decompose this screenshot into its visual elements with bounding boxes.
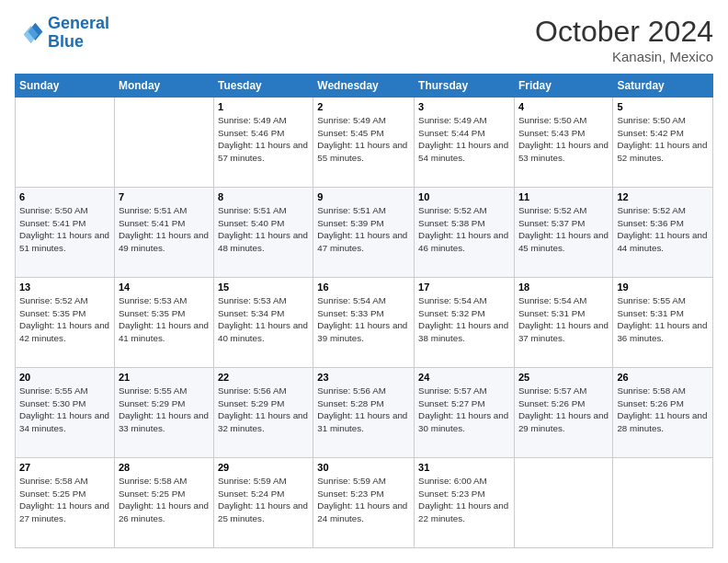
day-number: 26 — [617, 372, 709, 383]
day-info: Sunrise: 5:53 AM Sunset: 5:34 PM Dayligh… — [218, 294, 309, 345]
calendar-cell: 2Sunrise: 5:49 AM Sunset: 5:45 PM Daylig… — [313, 98, 415, 188]
day-number: 1 — [218, 101, 309, 112]
title-block: October 2024 Kanasin, Mexico — [535, 15, 713, 64]
calendar-cell: 25Sunrise: 5:57 AM Sunset: 5:26 PM Dayli… — [514, 368, 612, 458]
day-number: 25 — [518, 372, 609, 383]
day-number: 2 — [317, 101, 410, 112]
day-number: 18 — [518, 282, 609, 293]
day-info: Sunrise: 5:54 AM Sunset: 5:31 PM Dayligh… — [518, 294, 609, 345]
day-info: Sunrise: 5:57 AM Sunset: 5:27 PM Dayligh… — [418, 385, 510, 435]
day-number: 13 — [19, 282, 110, 293]
weekday-header: Thursday — [415, 75, 515, 98]
calendar-cell: 8Sunrise: 5:51 AM Sunset: 5:40 PM Daylig… — [213, 188, 313, 278]
weekday-header: Wednesday — [313, 75, 415, 98]
day-number: 17 — [418, 282, 510, 293]
calendar-cell: 26Sunrise: 5:58 AM Sunset: 5:26 PM Dayli… — [613, 368, 713, 458]
day-number: 28 — [119, 462, 210, 473]
location: Kanasin, Mexico — [535, 49, 713, 64]
day-info: Sunrise: 5:57 AM Sunset: 5:26 PM Dayligh… — [518, 385, 609, 435]
calendar-cell: 29Sunrise: 5:59 AM Sunset: 5:24 PM Dayli… — [213, 458, 313, 548]
day-number: 7 — [119, 191, 210, 202]
weekday-header: Sunday — [16, 75, 115, 98]
day-info: Sunrise: 5:54 AM Sunset: 5:33 PM Dayligh… — [317, 294, 410, 345]
day-number: 11 — [518, 191, 609, 202]
calendar-cell: 13Sunrise: 5:52 AM Sunset: 5:35 PM Dayli… — [16, 278, 115, 368]
day-info: Sunrise: 5:55 AM Sunset: 5:30 PM Dayligh… — [19, 385, 110, 435]
weekday-header: Saturday — [613, 75, 713, 98]
calendar-table: SundayMondayTuesdayWednesdayThursdayFrid… — [15, 74, 713, 548]
day-number: 19 — [617, 282, 709, 293]
day-info: Sunrise: 5:51 AM Sunset: 5:39 PM Dayligh… — [317, 204, 410, 255]
day-number: 27 — [19, 462, 110, 473]
logo-text: General Blue — [48, 15, 109, 52]
calendar-cell — [613, 458, 713, 548]
day-info: Sunrise: 5:51 AM Sunset: 5:40 PM Dayligh… — [218, 204, 309, 255]
day-info: Sunrise: 5:56 AM Sunset: 5:29 PM Dayligh… — [218, 385, 309, 435]
day-number: 24 — [418, 372, 510, 383]
day-number: 12 — [617, 191, 709, 202]
day-number: 6 — [19, 191, 110, 202]
day-number: 16 — [317, 282, 410, 293]
calendar-week-row: 27Sunrise: 5:58 AM Sunset: 5:25 PM Dayli… — [16, 458, 713, 548]
calendar-cell: 9Sunrise: 5:51 AM Sunset: 5:39 PM Daylig… — [313, 188, 415, 278]
day-info: Sunrise: 5:59 AM Sunset: 5:23 PM Dayligh… — [317, 475, 410, 525]
day-number: 10 — [418, 191, 510, 202]
day-info: Sunrise: 5:50 AM Sunset: 5:43 PM Dayligh… — [518, 114, 609, 165]
day-number: 15 — [218, 282, 309, 293]
day-number: 29 — [218, 462, 309, 473]
calendar-cell: 24Sunrise: 5:57 AM Sunset: 5:27 PM Dayli… — [415, 368, 515, 458]
calendar-cell: 12Sunrise: 5:52 AM Sunset: 5:36 PM Dayli… — [613, 188, 713, 278]
calendar-cell: 6Sunrise: 5:50 AM Sunset: 5:41 PM Daylig… — [16, 188, 115, 278]
calendar-week-row: 20Sunrise: 5:55 AM Sunset: 5:30 PM Dayli… — [16, 368, 713, 458]
day-info: Sunrise: 5:55 AM Sunset: 5:29 PM Dayligh… — [119, 385, 210, 435]
day-number: 3 — [418, 101, 510, 112]
day-info: Sunrise: 5:52 AM Sunset: 5:35 PM Dayligh… — [19, 294, 110, 345]
day-info: Sunrise: 5:50 AM Sunset: 5:41 PM Dayligh… — [19, 204, 110, 255]
calendar-cell: 1Sunrise: 5:49 AM Sunset: 5:46 PM Daylig… — [213, 98, 313, 188]
weekday-header: Friday — [514, 75, 612, 98]
day-info: Sunrise: 5:52 AM Sunset: 5:37 PM Dayligh… — [518, 204, 609, 255]
calendar-cell — [114, 98, 213, 188]
day-info: Sunrise: 5:58 AM Sunset: 5:25 PM Dayligh… — [19, 475, 110, 525]
calendar-cell: 21Sunrise: 5:55 AM Sunset: 5:29 PM Dayli… — [114, 368, 213, 458]
calendar-cell: 11Sunrise: 5:52 AM Sunset: 5:37 PM Dayli… — [514, 188, 612, 278]
day-number: 31 — [418, 462, 510, 473]
day-info: Sunrise: 5:58 AM Sunset: 5:26 PM Dayligh… — [617, 385, 709, 435]
day-number: 30 — [317, 462, 410, 473]
day-info: Sunrise: 5:50 AM Sunset: 5:42 PM Dayligh… — [617, 114, 709, 165]
day-number: 20 — [19, 372, 110, 383]
day-info: Sunrise: 5:49 AM Sunset: 5:44 PM Dayligh… — [418, 114, 510, 165]
day-number: 14 — [119, 282, 210, 293]
calendar-cell: 27Sunrise: 5:58 AM Sunset: 5:25 PM Dayli… — [16, 458, 115, 548]
calendar-cell: 10Sunrise: 5:52 AM Sunset: 5:38 PM Dayli… — [415, 188, 515, 278]
calendar-cell: 4Sunrise: 5:50 AM Sunset: 5:43 PM Daylig… — [514, 98, 612, 188]
weekday-header-row: SundayMondayTuesdayWednesdayThursdayFrid… — [16, 75, 713, 98]
day-info: Sunrise: 5:52 AM Sunset: 5:38 PM Dayligh… — [418, 204, 510, 255]
calendar-cell: 5Sunrise: 5:50 AM Sunset: 5:42 PM Daylig… — [613, 98, 713, 188]
calendar-cell: 7Sunrise: 5:51 AM Sunset: 5:41 PM Daylig… — [114, 188, 213, 278]
logo: General Blue — [15, 15, 109, 52]
day-info: Sunrise: 5:59 AM Sunset: 5:24 PM Dayligh… — [218, 475, 309, 525]
calendar-week-row: 1Sunrise: 5:49 AM Sunset: 5:46 PM Daylig… — [16, 98, 713, 188]
calendar-cell: 17Sunrise: 5:54 AM Sunset: 5:32 PM Dayli… — [415, 278, 515, 368]
calendar-cell: 14Sunrise: 5:53 AM Sunset: 5:35 PM Dayli… — [114, 278, 213, 368]
day-info: Sunrise: 5:51 AM Sunset: 5:41 PM Dayligh… — [119, 204, 210, 255]
day-info: Sunrise: 5:54 AM Sunset: 5:32 PM Dayligh… — [418, 294, 510, 345]
day-info: Sunrise: 5:49 AM Sunset: 5:46 PM Dayligh… — [218, 114, 309, 165]
day-info: Sunrise: 5:53 AM Sunset: 5:35 PM Dayligh… — [119, 294, 210, 345]
month-title: October 2024 — [535, 15, 713, 49]
calendar-week-row: 6Sunrise: 5:50 AM Sunset: 5:41 PM Daylig… — [16, 188, 713, 278]
day-info: Sunrise: 5:58 AM Sunset: 5:25 PM Dayligh… — [119, 475, 210, 525]
calendar-cell: 16Sunrise: 5:54 AM Sunset: 5:33 PM Dayli… — [313, 278, 415, 368]
day-info: Sunrise: 5:55 AM Sunset: 5:31 PM Dayligh… — [617, 294, 709, 345]
weekday-header: Monday — [114, 75, 213, 98]
weekday-header: Tuesday — [213, 75, 313, 98]
logo-icon — [15, 18, 44, 48]
calendar-week-row: 13Sunrise: 5:52 AM Sunset: 5:35 PM Dayli… — [16, 278, 713, 368]
calendar-cell: 20Sunrise: 5:55 AM Sunset: 5:30 PM Dayli… — [16, 368, 115, 458]
calendar-cell: 31Sunrise: 6:00 AM Sunset: 5:23 PM Dayli… — [415, 458, 515, 548]
day-number: 9 — [317, 191, 410, 202]
day-info: Sunrise: 5:49 AM Sunset: 5:45 PM Dayligh… — [317, 114, 410, 165]
day-number: 5 — [617, 101, 709, 112]
header: General Blue October 2024 Kanasin, Mexic… — [15, 15, 713, 64]
